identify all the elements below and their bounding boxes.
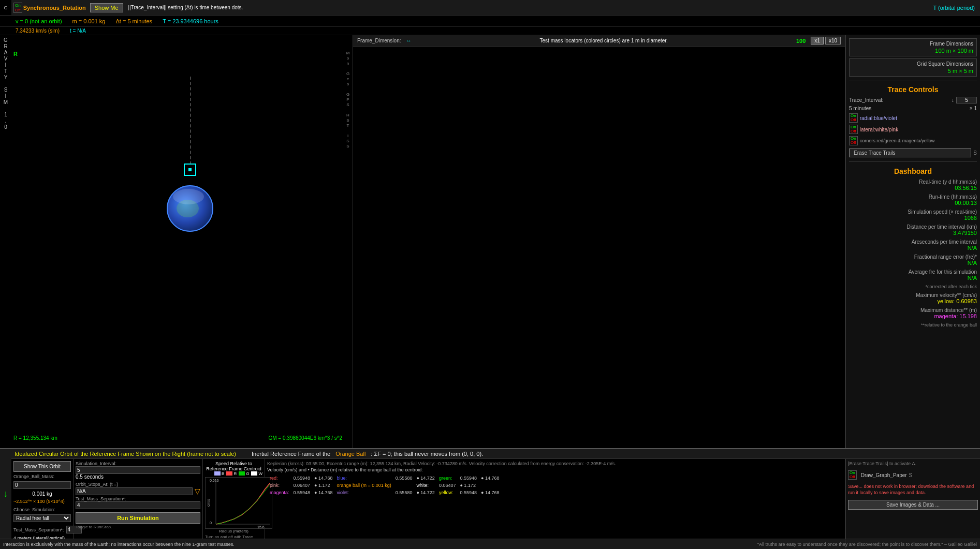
test-mass-sep-label: Test_Mass_Separation*: — [13, 527, 64, 532]
avg-fre-label: Average fre for this simulation — [849, 269, 977, 275]
grid-square-box: Grid Square Dimensions 5 m × 5 m — [849, 58, 977, 77]
run-time-label: Run-time (hh:mm:ss) — [849, 194, 977, 200]
chart-y-label: cm/s — [207, 499, 210, 507]
orbit-stops-row: ▽ — [76, 487, 200, 495]
max-dist-label: Maximum distance** (m) — [849, 307, 977, 313]
sat-center — [188, 168, 192, 171]
x10-button[interactable]: x10 — [825, 37, 841, 44]
corners-row[interactable]: On Off corners:red/green & magenta/yello… — [849, 136, 977, 145]
sim-name-label: Synchronous_Rotation — [23, 5, 86, 11]
show-this-orbit-button[interactable]: Show This Orbit — [13, 461, 71, 472]
continent-shape — [177, 200, 199, 217]
radial-row[interactable]: On Off radial:blue/violet — [849, 113, 977, 123]
bottom-main: Idealized Circular Orbit of the Referenc… — [11, 449, 980, 539]
top-values: T (orbital period) — [933, 5, 981, 11]
fre-note: *corrected after each tick — [849, 284, 977, 289]
orbit-line — [190, 77, 191, 165]
trace-interval-input[interactable] — [956, 97, 977, 103]
bottom-col3-chart: Speed Relative to Reference Frame Centro… — [203, 459, 265, 549]
erase-trace-button[interactable]: Erase Trace Trails — [849, 149, 971, 157]
draw-paper-shortcut: S — [909, 472, 913, 478]
lateral-toggle[interactable]: On Off — [849, 125, 858, 134]
test-mass-label-2: Test_Mass_Separation*: — [76, 496, 200, 501]
legend-b — [214, 471, 221, 476]
on-off-control[interactable]: On Off Synchronous_Rotation — [11, 3, 88, 13]
draw-paper-row[interactable]: On Off Draw_Graph_Paper S — [848, 470, 978, 480]
sim-speed-val: 1066 — [849, 215, 977, 221]
legend-g — [239, 471, 245, 476]
sim-canvas[interactable] — [11, 35, 353, 448]
grid-count: 100 — [796, 38, 806, 44]
trace-info-text: ||Trace_Interval|| setting (Δt) is time … — [123, 5, 933, 10]
erase-activate-note: [Erase Trace Trails] to activate Δ. — [848, 461, 978, 466]
real-time-val: 03:56:15 — [849, 185, 977, 191]
radial-toggle[interactable]: On Off — [849, 113, 858, 123]
v-label: v = 0 (not an orbit) — [16, 18, 62, 24]
sim-interval-input[interactable] — [76, 466, 200, 474]
draw-paper-toggle[interactable]: On Off — [848, 470, 857, 480]
sim-panel: R = 12,355.134 km GM = 0.39860044E6 km^3… — [11, 35, 353, 448]
grid-info-bar: Frame_Dimension: ↔ Test mass locators (c… — [353, 35, 845, 47]
keplerian-data: Keplerian (km:ss): 03:55:00, Eccentric r… — [267, 461, 843, 466]
bottom-col4-data: Keplerian (km:ss): 03:55:00, Eccentric r… — [265, 459, 845, 549]
real-time-label: Real-time (y d hh:mm:ss) — [849, 179, 977, 185]
avg-fre-val: N/A — [849, 275, 977, 281]
frame-arrow: ↔ — [406, 38, 411, 43]
vel-row-1: red: 0.55948 ● 14.768 blue: 0.55580 ● 14… — [268, 475, 501, 481]
corners-toggle[interactable]: On Off — [849, 136, 858, 145]
choose-simulation-select[interactable]: Radial free fall — [13, 514, 71, 522]
on-off-toggle[interactable]: On Off — [13, 3, 22, 13]
gravity-letter-g: G — [0, 0, 11, 15]
bottom-content: Show This Orbit Orange_Ball_Mass: 0.001 … — [11, 459, 980, 549]
grid-panel[interactable]: Frame_Dimension: ↔ Test mass locators (c… — [353, 35, 845, 448]
fre-val: N/A — [849, 260, 977, 266]
neg-val: ~2.512^* × 100 (5×10^4) — [13, 499, 71, 504]
lateral-row[interactable]: On Off lateral:white/pink — [849, 125, 977, 134]
period-label: T (orbital period) — [933, 5, 975, 11]
inertial-formula: : ΣF = 0; this ball never moves from (0,… — [371, 451, 483, 457]
chart-title: Speed Relative to Reference Frame Centro… — [205, 461, 262, 471]
sim-values-row: v = 0 (not an orbit) m = 0.001 kg Δt = 5… — [11, 18, 980, 24]
arcsec-row: Arcseconds per time interval N/A — [849, 239, 977, 251]
run-simulation-button[interactable]: Run Simulation — [76, 512, 200, 524]
sim-values-row-2: 7.34233 km/s (sim) t = N/A — [11, 28, 90, 34]
vel-row-2: pink: 0.06407 ● 1.172 orange ball (m = 0… — [268, 482, 501, 488]
gravity-letters: G R A V I T Y S I M 1 . 0 — [4, 37, 8, 130]
save-images-button[interactable]: Save Images & Data ... — [848, 500, 978, 510]
orbit-stops-input[interactable] — [76, 487, 193, 495]
orbit-stops-triangle: ▽ — [195, 487, 200, 495]
show-me-button[interactable]: Show Me — [90, 3, 123, 12]
satellite-box[interactable] — [184, 164, 196, 176]
sim-interval-unit: 0.5 seconds — [76, 474, 200, 480]
fre-note-row: *corrected after each tick — [849, 284, 977, 289]
erase-shortcut: S — [973, 150, 977, 156]
dist-interval-label: Distance per time interval (km) — [849, 224, 977, 230]
orbit-stops-label: Orbit_Stops_At: (t =) — [76, 482, 200, 487]
sim-speed-row: Simulation speed (× real-time) 1066 — [849, 209, 977, 221]
bottom-col2: Simulation_Interval: 0.5 seconds Orbit_S… — [74, 459, 203, 549]
dist-interval-row: Distance per time interval (km) 3.479150 — [849, 224, 977, 236]
frame-dim-val: 100 m × 100 m — [853, 48, 973, 54]
dt-label: Δt = 5 minutes — [115, 18, 152, 24]
velocity-table: red: 0.55948 ● 14.768 blue: 0.55580 ● 14… — [267, 474, 502, 497]
x1-x10-group: x1 x10 — [811, 37, 841, 44]
orange-ball-mass-input[interactable] — [13, 481, 71, 489]
earth-globe — [167, 185, 213, 232]
max-dist-row: Maximum distance** (m) magenta: 15.198 — [849, 307, 977, 319]
r-label: R = 12,355.134 km — [13, 435, 57, 441]
orange-mass-display: 0.001 kg — [13, 491, 71, 497]
chart-y-zero: 0 — [210, 521, 212, 525]
chart-y-max: 0.616 — [210, 479, 219, 482]
sim-interval-label: Simulation_Interval: — [76, 461, 200, 466]
chart-x-max: 15.6 — [257, 525, 265, 529]
run-time-val: 00:00:13 — [849, 200, 977, 206]
fre-label: Fractional range error (fre)* — [849, 254, 977, 260]
test-mass-sep-input-2[interactable] — [76, 501, 200, 509]
trace-controls-title: Trace Controls — [849, 85, 977, 94]
max-vel-val: yellow: 0.60983 — [849, 298, 977, 304]
info-bar-2: v = 0 (not an orbit) m = 0.001 kg Δt = 5… — [0, 16, 980, 27]
info-bar-3: 7.34233 km/s (sim) t = N/A — [0, 27, 980, 35]
divider-2 — [849, 161, 977, 162]
legend-w — [251, 471, 257, 476]
x1-button[interactable]: x1 — [811, 37, 824, 44]
